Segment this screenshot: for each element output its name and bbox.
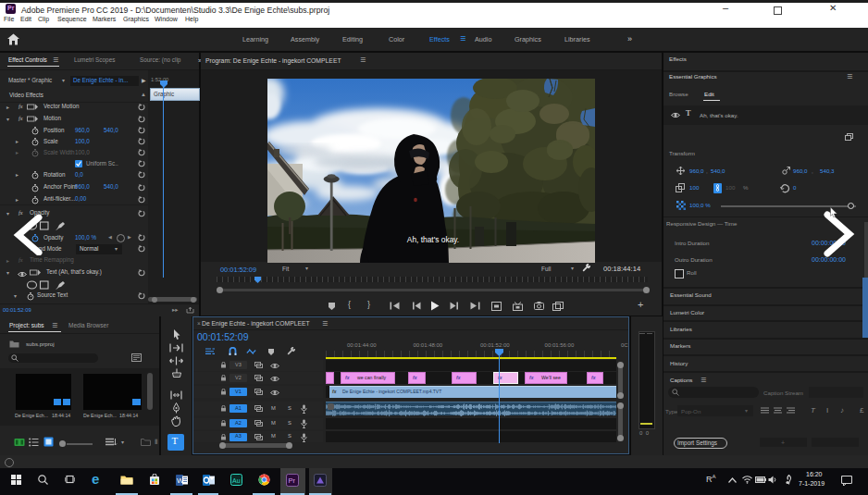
svg-text:Pr: Pr [289,476,296,485]
svg-text:Au: Au [232,477,241,484]
svg-text:W: W [177,476,184,485]
svg-text:Ah, that's okay.: Ah, that's okay. [407,235,459,244]
